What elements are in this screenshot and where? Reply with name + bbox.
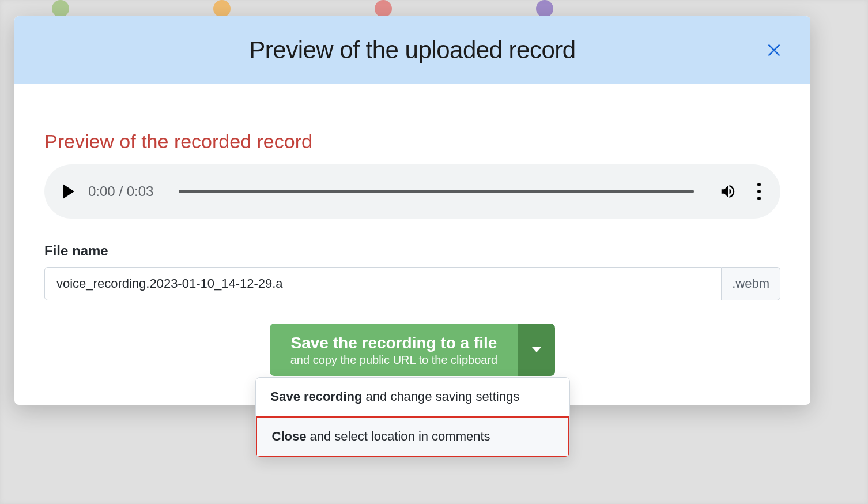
close-icon[interactable] — [767, 43, 782, 58]
dropdown-item-save-settings[interactable]: Save recording and change saving setting… — [256, 378, 569, 416]
file-name-label: File name — [44, 243, 780, 259]
modal-title: Preview of the uploaded record — [249, 36, 575, 64]
save-split-button: Save the recording to a file and copy th… — [270, 324, 555, 376]
play-icon[interactable] — [63, 184, 74, 199]
volume-icon[interactable] — [719, 183, 737, 200]
caret-down-icon — [532, 347, 541, 352]
preview-modal: Preview of the uploaded record Preview o… — [14, 16, 810, 405]
dropdown-item-close-select[interactable]: Close and select location in comments — [255, 416, 570, 457]
audio-player: 0:00 / 0:03 — [44, 164, 780, 219]
section-title: Preview of the recorded record — [44, 130, 780, 153]
file-input-group: .webm — [44, 267, 780, 300]
save-button-main-label: Save the recording to a file — [290, 333, 497, 353]
audio-progress-track[interactable] — [179, 190, 694, 193]
file-extension-label: .webm — [722, 267, 780, 300]
file-name-input[interactable] — [44, 267, 722, 300]
more-options-icon[interactable] — [757, 183, 762, 200]
save-button[interactable]: Save the recording to a file and copy th… — [270, 324, 518, 376]
save-button-sub-label: and copy the public URL to the clipboard — [290, 353, 497, 367]
audio-time-display: 0:00 / 0:03 — [88, 183, 153, 200]
save-dropdown-menu: Save recording and change saving setting… — [255, 377, 570, 457]
modal-header: Preview of the uploaded record — [14, 16, 810, 84]
save-dropdown-toggle[interactable] — [518, 324, 555, 376]
modal-body: Preview of the recorded record 0:00 / 0:… — [14, 84, 810, 405]
